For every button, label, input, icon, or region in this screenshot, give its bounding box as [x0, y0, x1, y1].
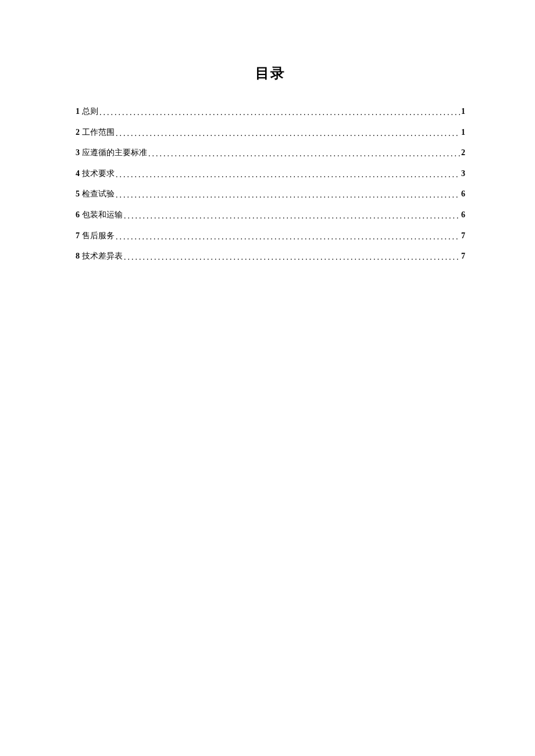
toc-entry-number: 2: [76, 127, 80, 138]
toc-entry-number: 3: [76, 147, 80, 159]
toc-leader-dots: [123, 210, 460, 222]
toc-entry-label: 应遵循的主要标准: [82, 147, 147, 159]
page-container: 目录 1 总则 1 2 工作范围 1 3 应遵循的主要标准 2 4 技术要求 3…: [0, 0, 535, 262]
toc-entry: 4 技术要求 3: [76, 168, 465, 180]
toc-entry-page: 1: [460, 106, 465, 117]
toc-entry: 7 售后服务 7: [76, 230, 465, 242]
toc-entry: 6 包装和运输 6: [76, 209, 465, 221]
toc-leader-dots: [115, 189, 460, 201]
toc-entry-number: 6: [76, 209, 80, 221]
toc-entry-label: 工作范围: [82, 127, 115, 138]
toc-entry-page: 7: [460, 250, 465, 262]
toc-leader-dots: [123, 252, 460, 263]
toc-entry-page: 1: [460, 127, 465, 138]
toc-entry-number: 5: [76, 188, 80, 200]
toc-entry-page: 6: [460, 188, 465, 200]
toc-entry-number: 4: [76, 168, 80, 180]
toc-entry: 3 应遵循的主要标准 2: [76, 147, 465, 159]
toc-entry-number: 8: [76, 250, 80, 262]
toc-entry-page: 2: [460, 147, 465, 159]
toc-entry-page: 3: [460, 168, 465, 180]
toc-entry-label: 总则: [82, 106, 98, 117]
toc-leader-dots: [115, 169, 460, 181]
toc-list: 1 总则 1 2 工作范围 1 3 应遵循的主要标准 2 4 技术要求 3 5 …: [76, 106, 465, 262]
toc-entry: 8 技术差异表 7: [76, 250, 465, 262]
toc-entry: 1 总则 1: [76, 106, 465, 117]
toc-entry: 2 工作范围 1: [76, 127, 465, 138]
toc-entry: 5 检查试验 6: [76, 188, 465, 200]
toc-entry-number: 1: [76, 106, 80, 117]
toc-entry-number: 7: [76, 230, 80, 242]
toc-entry-label: 包装和运输: [82, 209, 123, 221]
toc-entry-label: 技术要求: [82, 168, 115, 180]
toc-leader-dots: [147, 148, 460, 160]
toc-entry-label: 检查试验: [82, 188, 115, 200]
toc-leader-dots: [115, 231, 460, 243]
toc-title: 目录: [76, 64, 465, 83]
toc-entry-label: 售后服务: [82, 230, 115, 242]
toc-leader-dots: [98, 107, 460, 119]
toc-leader-dots: [115, 128, 460, 139]
toc-entry-page: 7: [460, 230, 465, 242]
toc-entry-label: 技术差异表: [82, 250, 123, 262]
toc-entry-page: 6: [460, 209, 465, 221]
